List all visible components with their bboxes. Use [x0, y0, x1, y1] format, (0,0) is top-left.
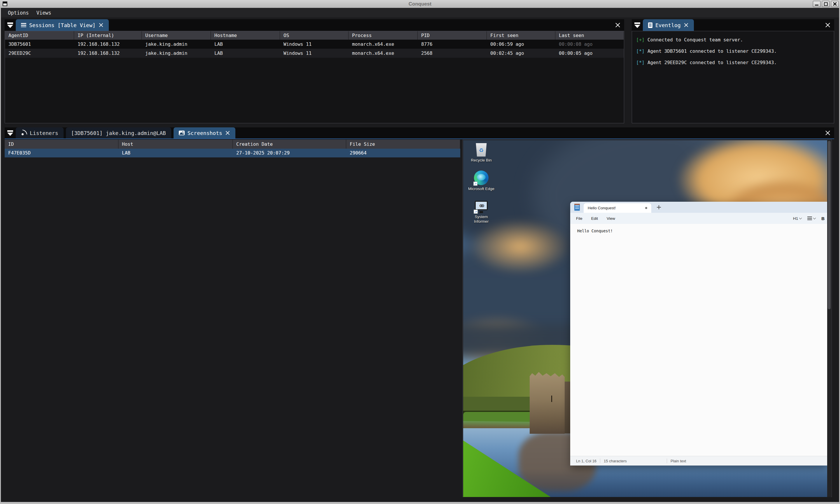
desktop-icon-label: System Informer: [467, 215, 495, 224]
cursor-position: Ln 1, Col 16: [576, 459, 596, 463]
column-header[interactable]: Hostname: [211, 31, 280, 40]
castle-tower: [530, 372, 565, 434]
sessions-table-header: AgentID IP (Internal) Username Hostname …: [5, 31, 624, 40]
tab-screenshots[interactable]: Screenshots: [174, 127, 235, 139]
cloud-shape: [469, 219, 571, 274]
cell-pid: 8776: [418, 40, 487, 49]
close-icon[interactable]: [99, 23, 104, 28]
note-icon: [648, 22, 652, 28]
heading-label: H1: [793, 216, 798, 221]
notepad-window: Hello Conquest! File Edit View H1: [570, 202, 827, 466]
desktop-icon-microsoft-edge: ↗ Microsoft Edge: [467, 170, 495, 191]
column-header[interactable]: PID: [418, 31, 487, 40]
preview-scrollbar[interactable]: [827, 140, 831, 497]
cell-username: jake.king.admin: [142, 49, 211, 58]
window-titlebar[interactable]: Conquest: [0, 0, 840, 8]
close-icon[interactable]: [225, 131, 230, 136]
cell-file-size: 290664: [346, 149, 460, 157]
filter-icon: [634, 22, 640, 24]
column-header[interactable]: Creation Date: [233, 140, 346, 149]
eventlog-text: Agent 3DB75601 connected to listener CE2…: [647, 48, 777, 54]
screenshot-preview-image[interactable]: ♻ Recycle Bin ↗ Microsoft Edge ⚙⚙ ↗: [463, 140, 827, 497]
bold-button: B: [821, 216, 825, 221]
maximize-button[interactable]: [822, 1, 829, 7]
list-icon: [21, 23, 26, 27]
eventlog-text: Agent 29EED29C connected to listener CE2…: [647, 60, 777, 65]
bottom-panel-close-button[interactable]: [825, 130, 831, 136]
sessions-tabbar: Sessions [Table View]: [5, 19, 624, 31]
tab-listeners[interactable]: Listeners: [16, 127, 64, 139]
window-title: Conquest: [0, 1, 840, 7]
table-row[interactable]: 29EED29C 192.168.168.132 jake.king.admin…: [5, 49, 624, 58]
cell-os: Windows 11: [280, 40, 349, 49]
notepad-menu-edit: Edit: [591, 216, 598, 221]
list-format-dropdown: [807, 217, 816, 220]
cell-agent-id: 3DB75601: [5, 40, 74, 49]
screenshots-table: ID Host Creation Date File Size F47E035D…: [5, 140, 460, 157]
scrollbar-thumb[interactable]: [828, 141, 831, 309]
filter-button[interactable]: [5, 127, 16, 139]
eventlog-panel-close-button[interactable]: [825, 22, 831, 28]
column-header[interactable]: File Size: [346, 140, 460, 149]
column-header[interactable]: AgentID: [5, 31, 74, 40]
cell-hostname: LAB: [211, 40, 280, 49]
sessions-table: AgentID IP (Internal) Username Hostname …: [5, 31, 624, 123]
active-tab-underline: [5, 139, 834, 139]
close-icon[interactable]: [684, 23, 689, 28]
list-format-icon: [807, 217, 812, 220]
cell-ip: 192.168.168.132: [74, 49, 142, 58]
chevron-down-icon: [813, 217, 816, 219]
filter-button[interactable]: [632, 19, 643, 31]
notepad-text: Hello Conquest!: [577, 229, 820, 233]
column-header[interactable]: OS: [280, 31, 349, 40]
cell-process: monarch.x64.exe: [349, 40, 418, 49]
minimize-button[interactable]: [813, 1, 820, 7]
cell-last-seen: 00:00:08 ago: [555, 40, 624, 49]
cell-last-seen: 00:00:05 ago: [555, 49, 624, 58]
desktop-icon-label: Recycle Bin: [471, 158, 491, 163]
image-icon: [179, 131, 185, 135]
notepad-menu-view: View: [607, 216, 615, 221]
filter-icon: [7, 25, 13, 28]
table-row[interactable]: 3DB75601 192.168.168.132 jake.king.admin…: [5, 40, 624, 49]
eventlog-text: Connected to Conquest team server.: [647, 37, 743, 42]
column-header[interactable]: ID: [5, 140, 118, 149]
tab-agent-session[interactable]: [3DB75601] jake.king.admin@LAB: [66, 127, 171, 139]
notepad-format-controls: H1 B: [793, 213, 825, 224]
sessions-panel-close-button[interactable]: [615, 22, 621, 28]
filter-button[interactable]: [5, 19, 16, 31]
column-header[interactable]: Process: [349, 31, 418, 40]
heading-dropdown: H1: [793, 216, 802, 221]
close-button[interactable]: [831, 1, 839, 7]
menu-options[interactable]: Options: [8, 10, 29, 16]
cell-creation-date: 27-10-2025 20:07:29: [233, 149, 346, 157]
tab-agent-session-label: [3DB75601] jake.king.admin@LAB: [71, 130, 166, 136]
menu-views[interactable]: Views: [36, 10, 51, 16]
shortcut-arrow-icon: ↗: [474, 210, 478, 214]
column-header[interactable]: IP (Internal): [74, 31, 142, 40]
filter-icon: [634, 25, 640, 28]
recycle-bin-icon: ♻: [475, 143, 487, 157]
table-row[interactable]: F47E035D LAB 27-10-2025 20:07:29 290664: [5, 149, 460, 157]
column-header[interactable]: First seen: [487, 31, 555, 40]
tab-sessions[interactable]: Sessions [Table View]: [16, 19, 109, 31]
tab-eventlog[interactable]: Eventlog: [643, 19, 694, 31]
satellite-icon: [21, 130, 27, 136]
filter-icon: [7, 130, 13, 132]
notepad-menu-file: File: [576, 216, 582, 221]
window-controls: [813, 1, 839, 7]
column-header[interactable]: Username: [142, 31, 211, 40]
gear-icon: ⚙⚙: [475, 201, 488, 210]
eventlog-tabbar: Eventlog: [632, 19, 834, 31]
desktop-icon-system-informer: ⚙⚙ ↗ System Informer: [467, 200, 495, 224]
cell-ip: 192.168.168.132: [74, 40, 142, 49]
screenshots-table-header: ID Host Creation Date File Size: [5, 140, 460, 149]
filter-icon: [7, 133, 13, 136]
cell-host: LAB: [118, 149, 233, 157]
notepad-tabstrip: Hello Conquest!: [570, 202, 827, 213]
document-format: Plain text: [670, 459, 686, 463]
notepad-statusbar: Ln 1, Col 16 15 characters Plain text: [570, 456, 827, 466]
column-header[interactable]: Last seen: [555, 31, 624, 40]
column-header[interactable]: Host: [118, 140, 233, 149]
eventlog-line: [*]Agent 29EED29C connected to listener …: [636, 57, 830, 68]
